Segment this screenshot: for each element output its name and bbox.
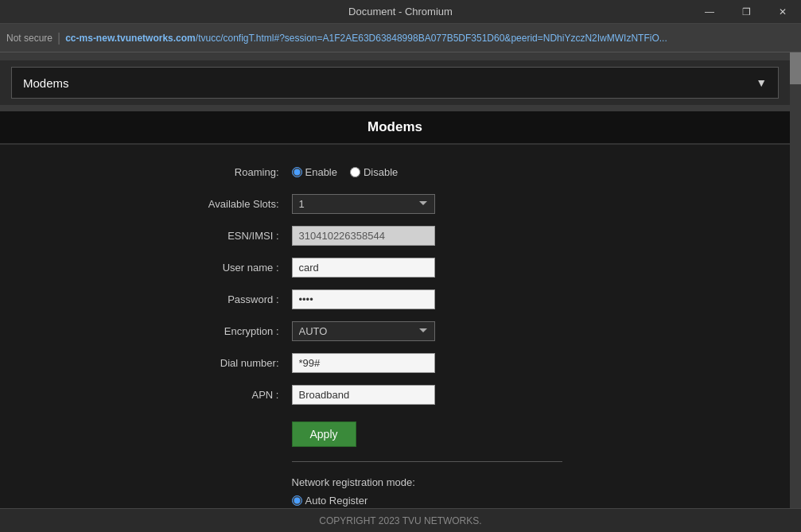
encryption-row: Encryption : AUTO WEP WPA (181, 320, 674, 342)
footer-text: COPYRIGHT 2023 TVU NETWORKS. (319, 515, 481, 526)
roaming-row: Roaming: Enable Disable (181, 161, 674, 183)
auto-register-label[interactable]: Auto Register (305, 495, 368, 507)
roaming-disable-label[interactable]: Disable (364, 166, 398, 178)
modems-section: Modems Roaming: Enable Disable (0, 111, 790, 508)
apply-row: Apply (181, 415, 674, 447)
dial-value (292, 353, 546, 373)
dial-row: Dial number: (181, 351, 674, 374)
network-reg-radios: Auto Register Manual Register (292, 495, 674, 508)
dial-input[interactable] (292, 353, 435, 373)
form-divider (292, 461, 562, 462)
esn-value (292, 226, 546, 246)
scrollbar[interactable] (790, 52, 801, 508)
esn-label: ESN/IMSI : (181, 230, 292, 242)
password-input[interactable] (292, 289, 435, 309)
network-reg-section: Network registration mode: Auto Register… (292, 476, 674, 508)
password-value (292, 289, 546, 309)
apply-button[interactable]: Apply (292, 421, 356, 447)
password-row: Password : (181, 288, 674, 310)
roaming-enable-radio[interactable] (292, 167, 302, 177)
dial-label: Dial number: (181, 357, 292, 369)
roaming-label: Roaming: (181, 166, 292, 178)
address-separator: | (57, 31, 60, 45)
modems-dropdown-label: Modems (23, 76, 69, 90)
roaming-enable-option[interactable]: Enable (292, 166, 337, 178)
roaming-enable-label[interactable]: Enable (305, 166, 337, 178)
roaming-disable-radio[interactable] (350, 167, 360, 177)
auto-register-radio[interactable] (292, 495, 302, 506)
form-area: Roaming: Enable Disable Available Slots: (117, 145, 674, 508)
url-field[interactable]: cc-ms-new.tvunetworks.com/tvucc/configT.… (65, 33, 667, 44)
password-label: Password : (181, 293, 292, 305)
username-row: User name : (181, 256, 674, 278)
maximize-button[interactable]: ❒ (728, 0, 764, 24)
auto-register-option[interactable]: Auto Register (292, 495, 674, 507)
username-input[interactable] (292, 258, 435, 278)
scrollbar-thumb[interactable] (790, 52, 801, 84)
minimize-button[interactable]: — (691, 0, 728, 24)
window-controls: — ❒ ✕ (691, 0, 801, 24)
network-reg-label: Network registration mode: (292, 476, 674, 488)
slots-row: Available Slots: 1 (181, 192, 674, 215)
slots-label: Available Slots: (181, 198, 292, 210)
apn-row: APN : (181, 383, 674, 406)
top-band (0, 52, 790, 60)
apply-container: Apply (292, 415, 546, 447)
username-value (292, 258, 546, 278)
apn-label: APN : (181, 389, 292, 401)
roaming-options: Enable Disable (292, 166, 546, 178)
not-secure-indicator: Not secure (6, 33, 52, 44)
window-title: Document - Chromium (348, 6, 453, 17)
apn-input[interactable] (292, 385, 435, 405)
encryption-value: AUTO WEP WPA (292, 321, 546, 341)
slots-value: 1 (292, 194, 546, 214)
apn-value (292, 385, 546, 405)
encryption-label: Encryption : (181, 325, 292, 337)
esn-row: ESN/IMSI : (181, 224, 674, 247)
slots-select[interactable]: 1 (292, 194, 435, 214)
title-bar: Document - Chromium — ❒ ✕ (0, 0, 801, 24)
section-separator (0, 105, 790, 111)
close-button[interactable]: ✕ (764, 0, 801, 24)
main-content: Modems ▼ Modems Roaming: Enable Disable (0, 52, 801, 508)
encryption-select[interactable]: AUTO WEP WPA (292, 321, 435, 341)
roaming-disable-option[interactable]: Disable (350, 166, 398, 178)
modems-title: Modems (0, 111, 790, 145)
modems-dropdown[interactable]: Modems ▼ (11, 67, 779, 99)
address-bar: Not secure | cc-ms-new.tvunetworks.com/t… (0, 24, 801, 52)
username-label: User name : (181, 262, 292, 274)
footer: COPYRIGHT 2023 TVU NETWORKS. (0, 508, 801, 532)
dropdown-arrow-icon: ▼ (756, 76, 767, 89)
esn-input (292, 226, 435, 246)
